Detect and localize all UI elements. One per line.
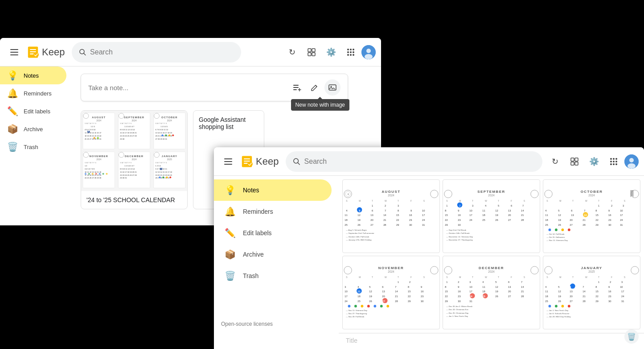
window2-sidebar-notes[interactable]: 💡 Notes (214, 179, 332, 201)
window2-search-input[interactable] (304, 158, 535, 166)
svg-text:26: 26 (495, 295, 498, 298)
svg-text:7: 7 (385, 209, 386, 212)
svg-point-20 (331, 86, 332, 87)
window1-archive-label: Archive (24, 126, 43, 133)
svg-text:— Aug 5: Schools Begin: — Aug 5: Schools Begin (346, 229, 367, 231)
svg-text:S M T W T F S: S M T W T F S (156, 123, 167, 125)
svg-point-258 (549, 229, 551, 231)
window2-sidebar-reminders[interactable]: 🔔 Reminders (214, 201, 332, 222)
svg-text:2025: 2025 (167, 158, 172, 161)
svg-text:T: T (598, 276, 599, 278)
svg-text:W: W (385, 276, 387, 278)
svg-text:14: 14 (521, 286, 524, 288)
window1-footer-link[interactable]: Open-source licenses (0, 224, 62, 225)
window1-search-bar[interactable] (72, 42, 241, 62)
svg-text:24: 24 (620, 219, 623, 221)
svg-text:10: 10 (620, 209, 623, 212)
svg-text:9: 9 (608, 286, 610, 288)
window2-search-bar[interactable] (286, 151, 542, 172)
svg-text:27: 27 (382, 300, 385, 303)
window1-sidebar: 💡 Notes 🔔 Reminders ✏️ Edit labels 📦 Arc… (0, 66, 74, 225)
window2-settings-button[interactable]: ⚙️ (585, 153, 603, 170)
window1-avatar[interactable] (361, 45, 376, 59)
svg-text:SEPTEMBER: SEPTEMBER (124, 116, 144, 119)
window2-reminders-icon: 🔔 (225, 206, 236, 217)
window1-sidebar-trash[interactable]: 🗑️ Trash (0, 138, 66, 156)
window2-listview-button[interactable] (566, 153, 583, 170)
svg-point-77 (99, 173, 101, 175)
window2-apps-button[interactable] (605, 153, 623, 170)
svg-text:7: 7 (584, 209, 585, 212)
svg-rect-11 (308, 53, 311, 56)
window1-sidebar-editlabels[interactable]: ✏️ Edit labels (0, 102, 66, 120)
svg-rect-368 (543, 265, 640, 320)
svg-rect-10 (312, 49, 315, 52)
svg-text:3: 3 (621, 281, 623, 283)
window1-note-input-bar[interactable]: New note with image (81, 74, 348, 101)
window1-refresh-button[interactable]: ↻ (283, 43, 301, 61)
svg-text:20: 20 (570, 219, 572, 221)
window2-sidebar-trash[interactable]: 🗑️ Trash (214, 265, 332, 287)
window2-refresh-button[interactable]: ↻ (546, 153, 564, 170)
svg-text:S M T W T F S: S M T W T F S (156, 162, 167, 164)
window1-listview-button[interactable] (303, 43, 320, 61)
window2-sidebar-archive[interactable]: 📦 Archive (214, 244, 332, 265)
window1-take-note-input[interactable] (88, 84, 289, 91)
reminders-icon: 🔔 (7, 88, 18, 99)
svg-point-116 (628, 163, 636, 169)
svg-text:25: 25 (345, 224, 347, 226)
window1-apps-button[interactable] (342, 43, 360, 61)
svg-text:— November 27: Thanksgiving: — November 27: Thanksgiving (446, 239, 473, 241)
window2-delete-button[interactable]: 🗑️ (624, 329, 639, 344)
window1-search-input[interactable] (90, 48, 234, 56)
svg-rect-113 (575, 162, 578, 165)
calendar-note-card[interactable]: AUGUST 2024 SEPTEMBER 2024 OCTOBER 2024 … (81, 110, 188, 209)
svg-text:22: 22 (396, 219, 399, 221)
svg-text:— Nov 11: Veterans Day: — Nov 11: Veterans Day (546, 239, 568, 241)
window1-sidebar-reminders[interactable]: 🔔 Reminders (0, 84, 66, 102)
window1-settings-button[interactable]: ⚙️ (322, 43, 340, 61)
svg-text:29 30: 29 30 (120, 138, 125, 140)
svg-text:M: M (459, 276, 461, 278)
new-list-button[interactable] (289, 79, 305, 96)
window2-sidebar-editlabels[interactable]: ✏️ Edit labels (214, 222, 332, 244)
shopping-note-title: Google Assistant shopping list (199, 116, 258, 130)
window2-trash-label: Trash (243, 272, 258, 279)
window2-footer-link[interactable]: Open-source licenses (221, 321, 273, 327)
new-drawing-button[interactable] (307, 79, 323, 96)
window2-note-title[interactable]: Title (339, 333, 644, 348)
svg-point-76 (95, 173, 97, 175)
window2-reminders-label: Reminders (243, 208, 273, 215)
svg-text:12: 12 (558, 291, 561, 293)
window2-logo[interactable]: Keep (241, 155, 279, 168)
window2-avatar[interactable] (624, 154, 639, 169)
svg-text:— Nov 27: Thanksgiving: — Nov 27: Thanksgiving (346, 312, 367, 315)
svg-text:27: 27 (508, 219, 511, 221)
window1-sidebar-archive[interactable]: 📦 Archive (0, 120, 66, 138)
svg-text:20: 20 (570, 295, 572, 298)
svg-point-311 (361, 305, 364, 307)
svg-text:5: 5 (369, 286, 370, 288)
svg-text:— Nov 29: Fall Break: — Nov 29: Fall Break (346, 316, 365, 318)
window1-sidebar-notes[interactable]: 💡 Notes (0, 66, 66, 84)
svg-text:— Jan 1: New Year's Day: — Jan 1: New Year's Day (546, 309, 569, 312)
window1-header-actions: ↻ ⚙️ (283, 43, 376, 61)
svg-text:27: 27 (570, 300, 572, 303)
svg-text:15 16 17 18 19 20 21: 15 16 17 18 19 20 21 (120, 171, 136, 173)
calendar-october: OCTOBER 2024 S M T W T F S (543, 179, 640, 253)
svg-text:26: 26 (495, 219, 498, 221)
window2-menu-button[interactable] (219, 153, 237, 170)
svg-text:1 2 3 4 5 6 7: 1 2 3 4 5 6 7 (124, 165, 134, 167)
svg-text:2024: 2024 (388, 270, 394, 273)
menu-button[interactable] (5, 43, 23, 61)
window1-logo[interactable]: Keep (27, 46, 65, 58)
svg-text:W: W (485, 199, 487, 202)
svg-text:M: M (559, 199, 561, 202)
svg-text:— Oct 31: Halloween: — Oct 31: Halloween (546, 236, 565, 238)
window1-logo-text: Keep (42, 46, 65, 58)
svg-text:8: 8 (595, 209, 597, 212)
svg-text:20: 20 (508, 291, 511, 293)
svg-text:20: 20 (382, 295, 385, 298)
new-image-button[interactable]: New note with image (324, 79, 340, 96)
svg-text:16: 16 (608, 291, 611, 293)
